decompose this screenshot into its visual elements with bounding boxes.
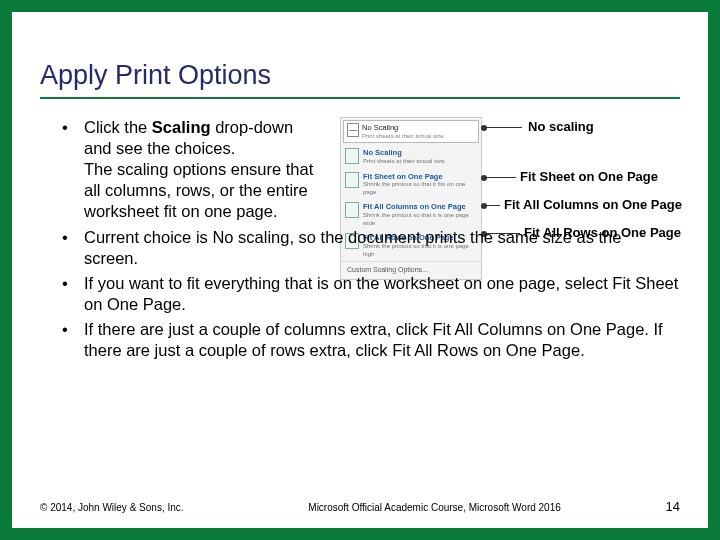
bullet-list: Click the Scaling drop-down and see the … [40, 117, 680, 361]
dropdown-option-no-scaling[interactable]: No ScalingPrint sheets at their actual s… [341, 145, 481, 168]
slide-footer: © 2014, John Wiley & Sons, Inc. Microsof… [40, 499, 680, 514]
bullet-1-pre: Click the [84, 118, 152, 136]
page-title: Apply Print Options [40, 60, 680, 91]
slide: Apply Print Options Click the Scaling dr… [12, 12, 708, 528]
callout-lead-3 [482, 205, 500, 206]
bullet-3: If you want to fit everything that is on… [40, 273, 680, 315]
footer-page-number: 14 [666, 499, 680, 514]
callout-fit-columns: Fit All Columns on One Page [504, 197, 682, 214]
opt2-t2: Shrink the printout so that it is one pa… [363, 212, 477, 227]
dropdown-selected-sub: Print sheets at their actual size [362, 133, 475, 141]
dropdown-selected-title: No Scaling [362, 123, 475, 133]
page-icon [345, 148, 359, 164]
callout-lead-1 [482, 127, 522, 128]
bullet-4: If there are just a couple of columns ex… [40, 319, 680, 361]
dropdown-option-fit-sheet[interactable]: Fit Sheet on One PageShrink the printout… [341, 169, 481, 200]
opt2-t1: Fit All Columns on One Page [363, 202, 477, 212]
title-rule [40, 97, 680, 99]
opt0-t2: Print sheets at their actual size [363, 158, 477, 166]
footer-copyright: © 2014, John Wiley & Sons, Inc. [40, 502, 184, 513]
opt1-t2: Shrink the printout so that it fits on o… [363, 181, 477, 196]
opt1-t1: Fit Sheet on One Page [363, 172, 477, 182]
callout-fit-sheet: Fit Sheet on One Page [520, 169, 658, 186]
page-icon [345, 172, 359, 188]
bullet-2: Current choice is No scaling, so the doc… [40, 227, 680, 269]
bullet-1-text: Click the Scaling drop-down and see the … [84, 117, 319, 223]
page-icon [347, 123, 359, 137]
dropdown-selected[interactable]: No Scaling Print sheets at their actual … [343, 120, 479, 143]
callout-no-scaling: No scaling [528, 119, 594, 136]
page-icon [345, 202, 359, 218]
footer-course: Microsoft Official Academic Course, Micr… [184, 502, 666, 513]
opt0-t1: No Scaling [363, 148, 477, 158]
bullet-1-bold: Scaling [152, 118, 211, 136]
content-area: Click the Scaling drop-down and see the … [40, 117, 680, 361]
callout-lead-2 [482, 177, 516, 178]
bullet-1: Click the Scaling drop-down and see the … [40, 117, 680, 223]
